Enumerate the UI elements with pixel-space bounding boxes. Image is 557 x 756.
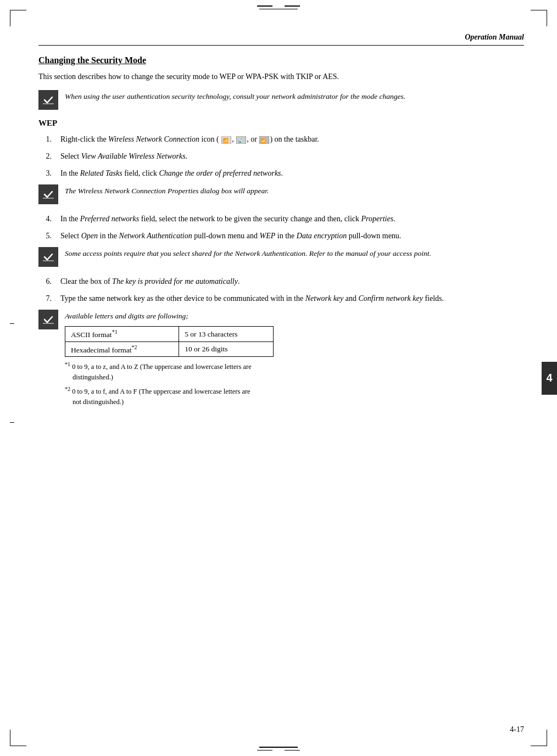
note-box-1: When using the user authentication secur… [38, 90, 524, 110]
note-icon-1 [38, 90, 58, 110]
footnote-1: *1 0 to 9, a to z, and A to Z (The upper… [65, 360, 274, 383]
step-1: 1. Right-click the Wireless Network Conn… [38, 133, 524, 145]
step-3: 3. In the Related Tasks field, click Cha… [38, 167, 524, 179]
page-header: Operation Manual [38, 33, 524, 46]
side-mark-left-top [10, 323, 14, 324]
svg-text:📶: 📶 [222, 137, 229, 144]
table-cell-ascii-label: ASCII format*1 [65, 327, 179, 342]
table-row-1: ASCII format*1 5 or 13 characters [65, 327, 274, 342]
section-heading: Changing the Security Mode [38, 55, 524, 65]
format-table: ASCII format*1 5 or 13 characters Hexade… [65, 326, 274, 357]
table-cell-ascii-value: 5 or 13 characters [179, 327, 274, 342]
section-intro: This section describes how to change the… [38, 71, 524, 82]
wep-steps-list-2: 4. In the Preferred networks field, sele… [38, 213, 524, 242]
wifi-icon-2: 📡 [236, 136, 246, 144]
step-2: 2. Select View Available Wireless Networ… [38, 150, 524, 162]
table-cell-hex-label: Hexadecimal format*2 [65, 341, 179, 357]
svg-text:📶: 📶 [260, 138, 266, 143]
note-icon-4 [38, 310, 58, 329]
corner-mark-tr [531, 10, 547, 26]
checkmark-icon-1 [42, 94, 54, 106]
note-box-3: Some access points require that you sele… [38, 247, 524, 267]
page-number: 4-17 [510, 725, 524, 734]
reg-mark-bottom [257, 747, 300, 751]
checkmark-icon-2 [42, 188, 54, 200]
checkmark-icon-4 [42, 313, 54, 326]
table-row-2: Hexadecimal format*2 10 or 26 digits [65, 341, 274, 357]
checkmark-icon-3 [42, 251, 54, 263]
note-text-2: The Wireless Network Connection Properti… [65, 184, 269, 197]
main-content: Operation Manual Changing the Security M… [38, 0, 524, 445]
svg-text:📡: 📡 [237, 138, 243, 143]
reg-mark-top [257, 5, 300, 9]
corner-mark-br [531, 730, 547, 746]
wep-steps-list-3: 6. Clear the box of The key is provided … [38, 276, 524, 304]
step-4: 4. In the Preferred networks field, sele… [38, 213, 524, 225]
note-text-3: Some access points require that you sele… [65, 247, 431, 259]
note-icon-2 [38, 184, 58, 204]
corner-mark-tl [10, 10, 26, 26]
note-text-4: Available letters and digits are followi… [65, 310, 274, 322]
note-content-4: Available letters and digits are followi… [65, 310, 274, 407]
step-5: 5. Select Open in the Network Authentica… [38, 230, 524, 242]
note-icon-3 [38, 247, 58, 267]
wifi-icon-3: 📶 [259, 136, 269, 144]
note-box-2: The Wireless Network Connection Properti… [38, 184, 524, 204]
wep-heading: WEP [38, 119, 524, 128]
side-mark-left-bottom [10, 422, 14, 423]
footnote-2: *2 0 to 9, a to f, and A to F (The upper… [65, 385, 274, 407]
step-7: 7. Type the same network key as the othe… [38, 293, 524, 304]
header-title: Operation Manual [465, 33, 524, 42]
step-6: 6. Clear the box of The key is provided … [38, 276, 524, 287]
corner-mark-bl [10, 730, 26, 746]
table-cell-hex-value: 10 or 26 digits [179, 341, 274, 357]
note-text-1: When using the user authentication secur… [65, 90, 405, 102]
note-box-4: Available letters and digits are followi… [38, 310, 524, 407]
section-tab: 4 [542, 362, 557, 395]
wep-steps-list: 1. Right-click the Wireless Network Conn… [38, 133, 524, 179]
wifi-icon-1: 📶 [221, 136, 231, 144]
